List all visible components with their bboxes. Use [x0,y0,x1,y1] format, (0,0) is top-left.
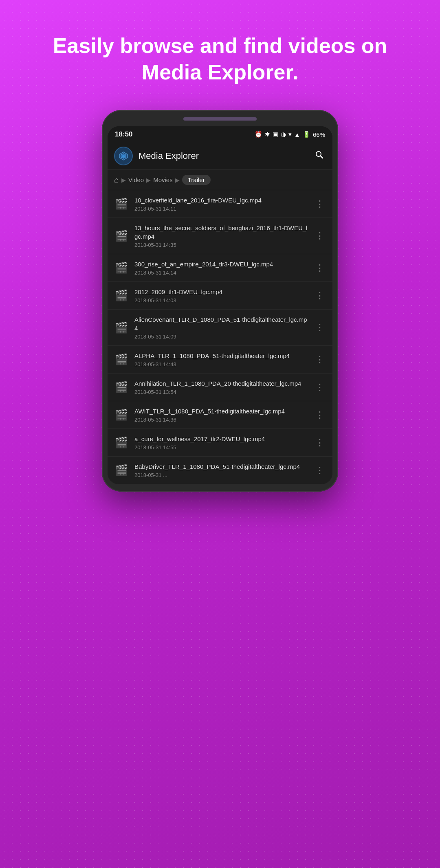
file-menu-button[interactable]: ⋮ [314,229,326,243]
file-date: 2018-05-31 14:03 [134,297,308,303]
file-date: 2018-05-31 14:09 [134,334,308,340]
alarm-icon: ⏰ [255,131,262,138]
file-info: 10_cloverfield_lane_2016_tlra-DWEU_lgc.m… [134,196,308,212]
breadcrumb-movies[interactable]: Movies [153,176,173,183]
table-row[interactable]: 🎬 AWIT_TLR_1_1080_PDA_51-thedigitaltheat… [108,401,332,429]
file-date: 2018-05-31 14:35 [134,242,308,248]
film-icon: 🎬 [114,321,129,334]
breadcrumb-arrow-1: ▶ [121,177,126,183]
signal-icon: ▲ [294,131,300,138]
phone-outer: 18:50 ⏰ ✱ ▣ ◑ ▾ ▲ 🔋 66% [102,110,338,492]
table-row[interactable]: 🎬 10_cloverfield_lane_2016_tlra-DWEU_lgc… [108,190,332,218]
file-menu-button[interactable]: ⋮ [314,321,326,334]
file-info: AlienCovenant_TLR_D_1080_PDA_51-thedigit… [134,315,308,340]
phone-mockup: 18:50 ⏰ ✱ ▣ ◑ ▾ ▲ 🔋 66% [102,110,338,492]
file-menu-button[interactable]: ⋮ [314,436,326,450]
app-bar: Media Explorer [108,143,332,170]
wifi-icon: ▾ [288,131,292,138]
film-icon: 🎬 [114,464,129,477]
file-menu-button[interactable]: ⋮ [314,197,326,211]
film-icon: 🎬 [114,353,129,366]
table-row[interactable]: 🎬 2012_2009_tlr1-DWEU_lgc.mp4 2018-05-31… [108,282,332,310]
file-name: a_cure_for_wellness_2017_tlr2-DWEU_lgc.m… [134,435,308,443]
film-icon: 🎬 [114,198,129,210]
film-icon: 🎬 [114,436,129,449]
file-date: 2018-05-31 14:14 [134,270,308,276]
file-info: ALPHA_TLR_1_1080_PDA_51-thedigitaltheate… [134,352,308,367]
battery-icon: 🔋 [303,131,310,138]
file-menu-button[interactable]: ⋮ [314,353,326,367]
file-name: ALPHA_TLR_1_1080_PDA_51-thedigitaltheate… [134,352,308,360]
table-row[interactable]: 🎬 300_rise_of_an_empire_2014_tlr3-DWEU_l… [108,254,332,282]
svg-line-4 [321,156,323,158]
status-icons: ⏰ ✱ ▣ ◑ ▾ ▲ 🔋 66% [255,131,325,138]
hero-section: Easily browse and find videos on Media E… [0,0,440,110]
file-info: 13_hours_the_secret_soldiers_of_benghazi… [134,224,308,248]
file-info: BabyDriver_TLR_1_1080_PDA_51-thedigitalt… [134,462,308,478]
file-date: 2018-05-31 14:55 [134,444,308,450]
vibrate-icon: ◑ [281,131,286,138]
breadcrumb-video[interactable]: Video [128,176,144,183]
search-button[interactable] [313,148,326,164]
nfc-icon: ▣ [273,131,278,138]
file-name: 13_hours_the_secret_soldiers_of_benghazi… [134,224,308,241]
file-info: 300_rise_of_an_empire_2014_tlr3-DWEU_lgc… [134,260,308,276]
table-row[interactable]: 🎬 13_hours_the_secret_soldiers_of_bengha… [108,218,332,254]
table-row[interactable]: 🎬 ALPHA_TLR_1_1080_PDA_51-thedigitalthea… [108,346,332,374]
breadcrumb-trailer[interactable]: Trailer [182,175,211,185]
table-row[interactable]: 🎬 BabyDriver_TLR_1_1080_PDA_51-thedigita… [108,457,332,484]
file-name: AlienCovenant_TLR_D_1080_PDA_51-thedigit… [134,315,308,332]
file-info: AWIT_TLR_1_1080_PDA_51-thedigitaltheater… [134,407,308,423]
table-row[interactable]: 🎬 Annihilation_TLR_1_1080_PDA_20-thedigi… [108,374,332,401]
app-title: Media Explorer [139,151,307,161]
film-icon: 🎬 [114,230,129,242]
file-menu-button[interactable]: ⋮ [314,289,326,303]
file-info: a_cure_for_wellness_2017_tlr2-DWEU_lgc.m… [134,435,308,450]
phone-screen: 18:50 ⏰ ✱ ▣ ◑ ▾ ▲ 🔋 66% [108,126,332,484]
file-name: Annihilation_TLR_1_1080_PDA_20-thedigita… [134,379,308,388]
file-menu-button[interactable]: ⋮ [314,261,326,275]
file-info: Annihilation_TLR_1_1080_PDA_20-thedigita… [134,379,308,395]
app-logo [114,147,133,165]
bluetooth-icon: ✱ [265,131,270,138]
file-name: 300_rise_of_an_empire_2014_tlr3-DWEU_lgc… [134,260,308,268]
file-date: 2018-05-31 ... [134,472,308,478]
breadcrumb-home-icon[interactable]: ⌂ [114,175,119,185]
breadcrumb: ⌂ ▶ Video ▶ Movies ▶ Trailer [108,170,332,190]
file-name: AWIT_TLR_1_1080_PDA_51-thedigitaltheater… [134,407,308,415]
table-row[interactable]: 🎬 a_cure_for_wellness_2017_tlr2-DWEU_lgc… [108,429,332,457]
file-info: 2012_2009_tlr1-DWEU_lgc.mp4 2018-05-31 1… [134,288,308,303]
table-row[interactable]: 🎬 AlienCovenant_TLR_D_1080_PDA_51-thedig… [108,310,332,346]
breadcrumb-arrow-2: ▶ [146,177,151,183]
film-icon: 🎬 [114,289,129,302]
status-time: 18:50 [115,130,132,138]
status-bar: 18:50 ⏰ ✱ ▣ ◑ ▾ ▲ 🔋 66% [108,126,332,143]
file-name: 2012_2009_tlr1-DWEU_lgc.mp4 [134,288,308,296]
file-name: 10_cloverfield_lane_2016_tlra-DWEU_lgc.m… [134,196,308,204]
breadcrumb-arrow-3: ▶ [175,177,180,183]
film-icon: 🎬 [114,409,129,421]
hero-text: Easily browse and find videos on Media E… [0,0,440,110]
file-date: 2018-05-31 14:43 [134,361,308,367]
file-date: 2018-05-31 14:11 [134,206,308,212]
phone-notch [183,117,257,121]
file-name: BabyDriver_TLR_1_1080_PDA_51-thedigitalt… [134,462,308,471]
file-menu-button[interactable]: ⋮ [314,408,326,422]
file-list: 🎬 10_cloverfield_lane_2016_tlra-DWEU_lgc… [108,190,332,484]
file-date: 2018-05-31 13:54 [134,389,308,395]
file-date: 2018-05-31 14:36 [134,417,308,423]
battery-percent: 66% [313,131,325,138]
app-logo-svg [118,150,129,162]
file-menu-button[interactable]: ⋮ [314,464,326,477]
file-menu-button[interactable]: ⋮ [314,380,326,394]
film-icon: 🎬 [114,261,129,274]
film-icon: 🎬 [114,381,129,393]
